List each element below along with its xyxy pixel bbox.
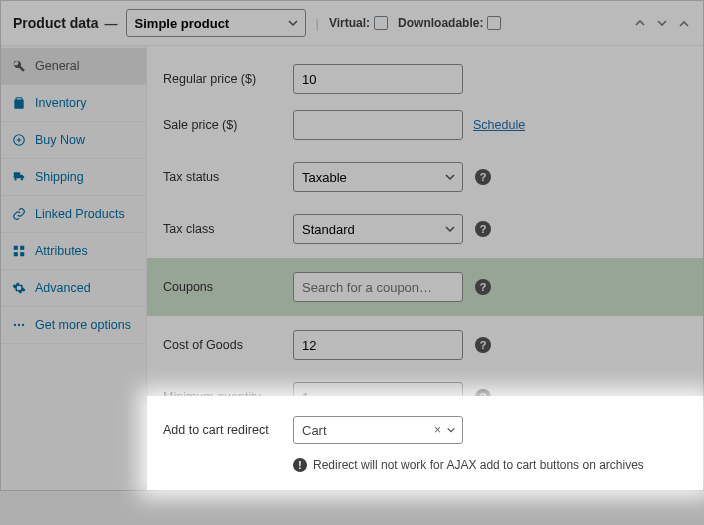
svg-point-6 [18, 324, 20, 326]
redirect-value: Cart [302, 423, 327, 438]
clipboard-icon [11, 95, 27, 111]
coupons-label: Coupons [163, 280, 293, 294]
wrench-icon [11, 58, 27, 74]
tab-label: Get more options [35, 318, 131, 332]
tabs-sidebar: GeneralInventoryBuy NowShippingLinked Pr… [1, 46, 147, 490]
regular-price-label: Regular price ($) [163, 72, 293, 86]
collapse-icon[interactable] [677, 16, 691, 30]
tax-status-select[interactable]: Taxable [293, 162, 463, 192]
redirect-notice: ! Redirect will not work for AJAX add to… [293, 458, 683, 472]
svg-point-7 [22, 324, 24, 326]
svg-rect-2 [20, 246, 24, 250]
tab-more[interactable]: Get more options [1, 307, 146, 344]
virtual-label: Virtual: [329, 16, 370, 30]
cog-input[interactable] [293, 330, 463, 360]
help-icon[interactable]: ? [475, 279, 491, 295]
dash: — [105, 16, 118, 31]
tab-general[interactable]: General [1, 48, 146, 85]
tab-linked[interactable]: Linked Products [1, 196, 146, 233]
tab-attributes[interactable]: Attributes [1, 233, 146, 270]
downloadable-checkbox[interactable] [487, 16, 501, 30]
ellipsis-icon [11, 317, 27, 333]
plus-circle-icon [11, 132, 27, 148]
tab-inventory[interactable]: Inventory [1, 85, 146, 122]
help-icon[interactable]: ? [475, 337, 491, 353]
regular-price-input[interactable] [293, 64, 463, 94]
cog-label: Cost of Goods [163, 338, 293, 352]
chevron-up-icon[interactable] [633, 16, 647, 30]
tab-shipping[interactable]: Shipping [1, 159, 146, 196]
tab-buynow[interactable]: Buy Now [1, 122, 146, 159]
grid-icon [11, 243, 27, 259]
help-icon[interactable]: ? [475, 221, 491, 237]
tax-class-label: Tax class [163, 222, 293, 236]
tab-advanced[interactable]: Advanced [1, 270, 146, 307]
product-type-select[interactable]: Simple product [126, 9, 306, 37]
help-icon[interactable]: ? [475, 169, 491, 185]
tab-label: Linked Products [35, 207, 125, 221]
svg-point-5 [14, 324, 16, 326]
tab-label: Attributes [35, 244, 88, 258]
tax-class-select[interactable]: Standard [293, 214, 463, 244]
virtual-checkbox[interactable] [374, 16, 388, 30]
redirect-label: Add to cart redirect [163, 423, 293, 437]
truck-icon [11, 169, 27, 185]
tab-label: General [35, 59, 79, 73]
sale-price-input[interactable] [293, 110, 463, 140]
tab-label: Advanced [35, 281, 91, 295]
redirect-select[interactable]: Cart × [293, 416, 463, 444]
chevron-down-icon[interactable] [655, 16, 669, 30]
info-icon: ! [293, 458, 307, 472]
tab-label: Inventory [35, 96, 86, 110]
svg-rect-3 [14, 252, 18, 256]
gear-icon [11, 280, 27, 296]
separator: | [316, 16, 319, 31]
sale-price-label: Sale price ($) [163, 118, 293, 132]
highlight-region: Add to cart redirect Cart × ! Redirect w… [147, 396, 703, 490]
notice-text: Redirect will not work for AJAX add to c… [313, 458, 644, 472]
coupons-input[interactable] [293, 272, 463, 302]
product-data-panel: Product data — Simple product | Virtual:… [0, 0, 704, 491]
clear-icon[interactable]: × [434, 423, 441, 437]
svg-rect-4 [20, 252, 24, 256]
svg-rect-1 [14, 246, 18, 250]
link-icon [11, 206, 27, 222]
tab-label: Buy Now [35, 133, 85, 147]
downloadable-label: Downloadable: [398, 16, 483, 30]
tax-status-label: Tax status [163, 170, 293, 184]
schedule-link[interactable]: Schedule [473, 118, 525, 132]
panel-title: Product data [13, 15, 99, 31]
panel-header: Product data — Simple product | Virtual:… [1, 1, 703, 46]
chevron-down-icon [446, 425, 456, 435]
tab-label: Shipping [35, 170, 84, 184]
